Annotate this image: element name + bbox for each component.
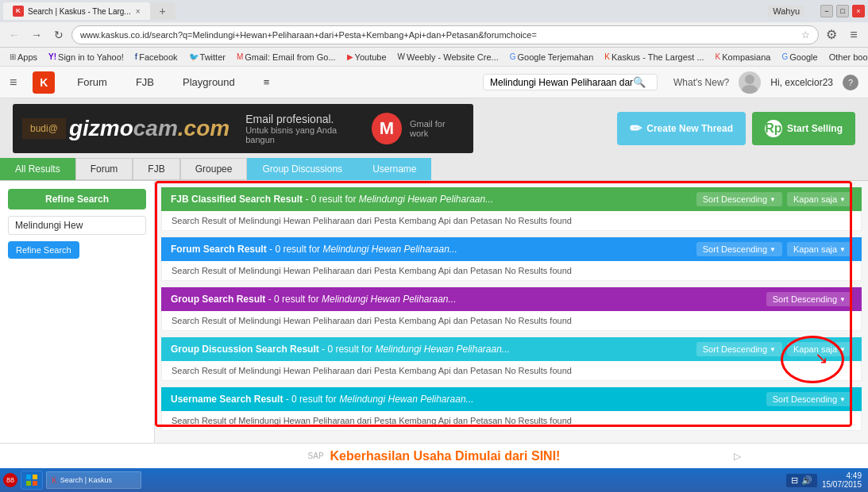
svg-point-1	[742, 85, 758, 94]
tab-all-results[interactable]: All Results	[0, 158, 75, 180]
bookmark-yahoo[interactable]: Y! Sign in to Yahoo!	[44, 51, 129, 63]
bookmark-twitter[interactable]: 🐦 Twitter	[184, 51, 230, 63]
start-selling-button[interactable]: Rp Start Selling	[752, 112, 855, 145]
group-sort-button[interactable]: Sort Descending	[766, 292, 852, 306]
forum-result-section: Forum Search Result - 0 result for Melin…	[161, 237, 862, 281]
left-sidebar: Refine Search Refine Search	[0, 181, 155, 443]
refine-search-button[interactable]: Refine Search	[8, 189, 146, 209]
start-button[interactable]	[21, 471, 43, 490]
username-result-title: Username Search Result - 0 result for Me…	[171, 394, 474, 405]
bookmark-kompasiana[interactable]: K Kompasiana	[711, 51, 776, 63]
gmail-logo: M	[372, 113, 402, 144]
nav-more[interactable]: ≡	[257, 73, 276, 91]
group-result-section: Group Search Result - 0 result for Melin…	[161, 287, 862, 331]
bookmark-google[interactable]: G Google	[777, 51, 822, 63]
forum-when-button[interactable]: Kapan saja	[787, 242, 852, 256]
banner-gizmo-text: gizmo	[69, 116, 133, 141]
search-input[interactable]	[490, 77, 633, 88]
maximize-button[interactable]: □	[836, 5, 849, 17]
fjb-result-body: Search Result of Melindungi Hewan Peliha…	[161, 211, 862, 231]
svg-rect-3	[33, 475, 37, 479]
svg-rect-4	[26, 481, 31, 486]
tab-username[interactable]: Username	[357, 158, 431, 180]
tab-groupee[interactable]: Groupee	[180, 158, 248, 180]
bookmark-other[interactable]: Other bookmarks ▼	[824, 51, 868, 63]
svg-rect-5	[33, 481, 37, 486]
notification-badge: 88	[3, 473, 17, 487]
search-icon[interactable]: 🔍	[633, 76, 646, 88]
taskbar-kaskus-item[interactable]: K Search | Kaskus	[46, 471, 141, 489]
search-results-area: ➜ ↘ FJB Classified Search Result - 0 res…	[155, 181, 868, 443]
address-text: www.kaskus.co.id/search?q=Melindungi+Hew…	[80, 30, 798, 40]
sidebar-search-input[interactable]	[8, 216, 146, 235]
bookmark-gmail[interactable]: M Gmail: Email from Go...	[232, 51, 341, 63]
group-disc-result-section: Group Discussion Search Result - 0 resul…	[161, 337, 862, 381]
banner-email-text: Email profesional.	[245, 113, 363, 125]
ad-text: Keberhasilan Usaha Dimulai dari SINI!	[330, 449, 561, 463]
bookmark-google-translate[interactable]: G Google Terjemahan	[505, 51, 599, 63]
forum-result-title: Forum Search Result - 0 result for Melin…	[171, 244, 457, 255]
help-icon[interactable]: ?	[843, 75, 858, 90]
settings-icon[interactable]: ⚙	[822, 25, 841, 44]
close-button[interactable]: ×	[852, 5, 865, 17]
new-tab-icon: +	[160, 5, 166, 17]
forum-result-body: Search Result of Melindungi Hewan Peliha…	[161, 261, 862, 281]
tab-fjb[interactable]: FJB	[133, 158, 179, 180]
refine-search-button-2[interactable]: Refine Search	[8, 241, 79, 259]
fjb-when-button[interactable]: Kapan saja	[787, 192, 852, 206]
username-result-section: Username Search Result - 0 result for Me…	[161, 387, 862, 431]
hamburger-menu[interactable]: ≡	[10, 75, 17, 90]
refresh-button[interactable]: ↻	[49, 25, 68, 44]
svg-point-0	[745, 75, 754, 84]
kaskus-logo[interactable]: K	[33, 71, 55, 94]
create-thread-button[interactable]: ✏ Create New Thread	[617, 112, 746, 145]
advertisement-banner: budi@ gizmo cam .com Email profesional. …	[13, 104, 473, 153]
tab-title: Search | Kaskus - The Larg...	[28, 7, 131, 16]
user-avatar	[739, 71, 761, 94]
system-tray: ⊟ 🔊	[786, 474, 817, 487]
banner-budi-text: budi@	[30, 123, 58, 134]
banner-dotcom-text: .com	[178, 116, 230, 141]
bookmark-youtube[interactable]: ▶ Youtube	[342, 51, 392, 63]
user-label: Wahyu	[768, 6, 804, 17]
back-button[interactable]: ←	[5, 25, 24, 44]
groupdisc-sort-button[interactable]: Sort Descending	[696, 342, 782, 356]
bookmark-icon[interactable]: ☆	[801, 29, 810, 40]
svg-rect-2	[26, 475, 31, 479]
browser-tab-new[interactable]: +	[150, 2, 176, 20]
tab-close-btn[interactable]: ×	[136, 7, 141, 16]
fjb-result-title: FJB Classified Search Result - 0 result …	[171, 194, 493, 205]
group-disc-result-header: Group Discussion Search Result - 0 resul…	[161, 337, 862, 361]
banner-bisnis-text: Untuk bisnis yang Anda bangun	[245, 125, 363, 144]
group-result-header: Group Search Result - 0 result for Melin…	[161, 287, 862, 311]
username-sort-button[interactable]: Sort Descending	[766, 392, 852, 406]
group-disc-result-body: Search Result of Melindungi Hewan Peliha…	[161, 361, 862, 381]
forward-button[interactable]: →	[27, 25, 46, 44]
bookmark-facebook[interactable]: f Facebook	[130, 51, 183, 63]
nav-forum[interactable]: Forum	[71, 73, 114, 91]
browser-tab-active[interactable]: K Search | Kaskus - The Larg... ×	[3, 2, 150, 20]
forum-result-header: Forum Search Result - 0 result for Melin…	[161, 237, 862, 261]
tab-group-discussions[interactable]: Group Discussions	[247, 158, 357, 180]
nav-playground[interactable]: Playground	[176, 73, 241, 91]
address-bar[interactable]: www.kaskus.co.id/search?q=Melindungi+Hew…	[71, 25, 819, 44]
search-box: 🔍	[483, 74, 658, 90]
fjb-result-section: FJB Classified Search Result - 0 result …	[161, 187, 862, 231]
volume-icon: 🔊	[801, 475, 812, 486]
username-result-header: Username Search Result - 0 result for Me…	[161, 387, 862, 411]
group-disc-result-title: Group Discussion Search Result - 0 resul…	[171, 344, 510, 355]
minimize-button[interactable]: −	[820, 5, 833, 17]
bookmark-weebly[interactable]: W Weebly - Website Cre...	[393, 51, 503, 63]
menu-icon[interactable]: ≡	[844, 25, 863, 44]
bottom-right-arrow: ↘	[815, 348, 828, 367]
system-clock: 4:49 15/07/2015	[822, 471, 862, 489]
bottom-advertisement[interactable]: SAP Keberhasilan Usaha Dimulai dari SINI…	[0, 443, 868, 468]
whats-new-link[interactable]: What's New?	[673, 77, 729, 88]
bookmark-apps[interactable]: ⊞ Apps	[5, 51, 42, 63]
bookmark-kaskus[interactable]: K Kaskus - The Largest ...	[600, 51, 708, 63]
tab-forum[interactable]: Forum	[75, 158, 133, 180]
fjb-sort-button[interactable]: Sort Descending	[696, 192, 782, 206]
user-greeting: Hi, excelcior23	[770, 77, 833, 88]
nav-fjb[interactable]: FJB	[129, 73, 160, 91]
forum-sort-button[interactable]: Sort Descending	[696, 242, 782, 256]
